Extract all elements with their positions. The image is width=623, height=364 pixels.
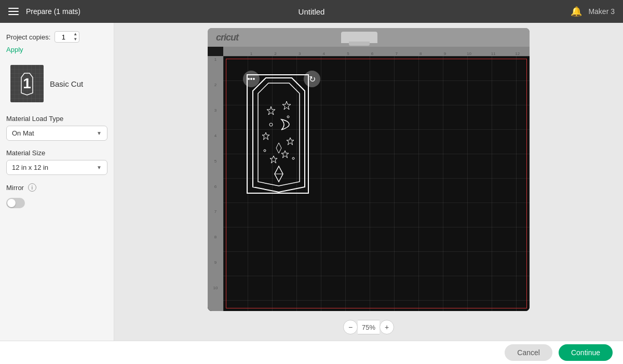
- ruler-v-7: 7: [208, 209, 223, 235]
- ruler-tick-7: 7: [384, 51, 409, 56]
- ruler-tick-1: 1: [239, 51, 264, 56]
- topbar-right: 🔔 Maker 3: [571, 6, 615, 17]
- apply-button[interactable]: Apply: [6, 45, 23, 55]
- svg-marker-2: [258, 83, 300, 186]
- project-copies-row: Project copies: ▲ ▼: [6, 31, 107, 43]
- copies-spinners: ▲ ▼: [72, 32, 79, 42]
- topbar: Prepare (1 mats) Untitled 🔔 Maker 3: [0, 0, 623, 23]
- svg-point-12: [292, 157, 294, 159]
- material-size-dropdown[interactable]: 12 in x 12 in ▼: [6, 160, 107, 175]
- ruler-tick-3: 3: [288, 51, 312, 56]
- svg-point-10: [287, 116, 289, 118]
- ruler-v-4: 4: [208, 133, 223, 159]
- mirror-toggle[interactable]: [6, 198, 25, 208]
- ruler-v-5: 5: [208, 159, 223, 184]
- toggle-knob: [7, 199, 16, 207]
- copies-input-wrapper: ▲ ▼: [55, 31, 79, 43]
- ruler-v-3: 3: [208, 108, 223, 133]
- mat-canvas: cricut 1 2 3 4 5: [208, 28, 530, 311]
- svg-marker-0: [21, 73, 33, 95]
- svg-marker-5: [262, 132, 269, 140]
- mirror-row: Mirror i: [6, 183, 107, 192]
- cricut-logo: cricut: [216, 32, 238, 43]
- mat-clip-area: [238, 32, 480, 43]
- material-type-dropdown[interactable]: On Mat ▼: [6, 126, 107, 141]
- svg-marker-6: [287, 138, 294, 145]
- ruler-left-ticks: 1 2 3 4 5 6 7 8 9 10: [208, 56, 223, 311]
- mirror-label: Mirror: [6, 184, 24, 192]
- mat-grid: ••• ↻: [223, 56, 530, 311]
- material-type-label: Material Load Type: [6, 115, 107, 123]
- project-copies-label: Project copies:: [6, 33, 50, 41]
- svg-marker-4: [282, 101, 291, 110]
- ruler-tick-11: 11: [481, 51, 506, 56]
- ruler-tick-8: 8: [409, 51, 433, 56]
- svg-point-9: [269, 123, 273, 126]
- ruler-v-6: 6: [208, 184, 223, 210]
- chevron-down-icon-2: ▼: [97, 165, 102, 170]
- mat-header: cricut: [208, 28, 530, 47]
- mat-clip: [341, 32, 377, 43]
- svg-point-11: [264, 150, 266, 152]
- sidebar: Project copies: ▲ ▼ Apply 1 Basic C: [0, 23, 114, 341]
- mat-item: 1 Basic Cut: [6, 61, 107, 106]
- ruler-tick-2: 2: [263, 51, 288, 56]
- ruler-v-9: 9: [208, 260, 223, 286]
- zoom-out-button[interactable]: −: [343, 320, 358, 334]
- copies-up-button[interactable]: ▲: [72, 32, 79, 37]
- hamburger-icon: [8, 8, 19, 15]
- ruler-v-1: 1: [208, 57, 223, 83]
- ruler-tick-5: 5: [336, 51, 360, 56]
- zoom-bar: − 75% +: [343, 320, 394, 334]
- zoom-value: 75%: [358, 320, 380, 334]
- svg-marker-1: [253, 78, 305, 192]
- ruler-v-8: 8: [208, 235, 223, 260]
- ruler-tick-10: 10: [457, 51, 481, 56]
- material-size-value: 12 in x 12 in: [12, 164, 48, 171]
- svg-marker-7: [270, 156, 277, 163]
- ruler-v-10: 10: [208, 286, 223, 311]
- ruler-tick-4: 4: [312, 51, 336, 56]
- prepare-title: Prepare (1 mats): [26, 7, 80, 16]
- ruler-v-2: 2: [208, 83, 223, 108]
- ruler-tick-9: 9: [433, 51, 457, 56]
- cut-label: Basic Cut: [50, 79, 83, 88]
- menu-button[interactable]: Prepare (1 mats): [8, 7, 80, 16]
- continue-button[interactable]: Continue: [559, 344, 613, 361]
- mat-thumb-design: [19, 72, 35, 96]
- mat-body: 1 2 3 4 5 6 7 8 9 10 11 12: [208, 47, 530, 311]
- copies-input[interactable]: [55, 32, 72, 42]
- mirror-info-icon[interactable]: i: [28, 183, 36, 192]
- canvas-area: cricut 1 2 3 4 5: [114, 23, 623, 341]
- svg-marker-8: [281, 151, 289, 158]
- ruler-top: 1 2 3 4 5 6 7 8 9 10 11 12: [223, 47, 530, 56]
- material-size-label: Material Size: [6, 149, 107, 157]
- material-type-value: On Mat: [12, 129, 34, 137]
- copies-down-button[interactable]: ▼: [72, 37, 79, 42]
- main-layout: Project copies: ▲ ▼ Apply 1 Basic C: [0, 23, 623, 341]
- bell-icon[interactable]: 🔔: [571, 6, 582, 17]
- ruler-left: 1 2 3 4 5 6 7 8 9 10: [208, 56, 223, 311]
- cut-design-svg: [248, 75, 310, 195]
- ruler-tick-6: 6: [360, 51, 385, 56]
- chevron-down-icon: ▼: [97, 130, 102, 136]
- device-name: Maker 3: [588, 7, 615, 16]
- ruler-top-ticks: 1 2 3 4 5 6 7 8 9 10 11 12: [238, 47, 530, 56]
- ruler-tick-12: 12: [505, 51, 530, 56]
- cancel-button[interactable]: Cancel: [505, 344, 552, 361]
- zoom-in-button[interactable]: +: [380, 320, 394, 334]
- svg-marker-3: [267, 106, 275, 115]
- mat-thumbnail: 1: [10, 65, 44, 102]
- bottom-bar: Cancel Continue: [0, 341, 623, 364]
- cut-shape-container[interactable]: [247, 74, 309, 194]
- document-title: Untitled: [299, 7, 325, 16]
